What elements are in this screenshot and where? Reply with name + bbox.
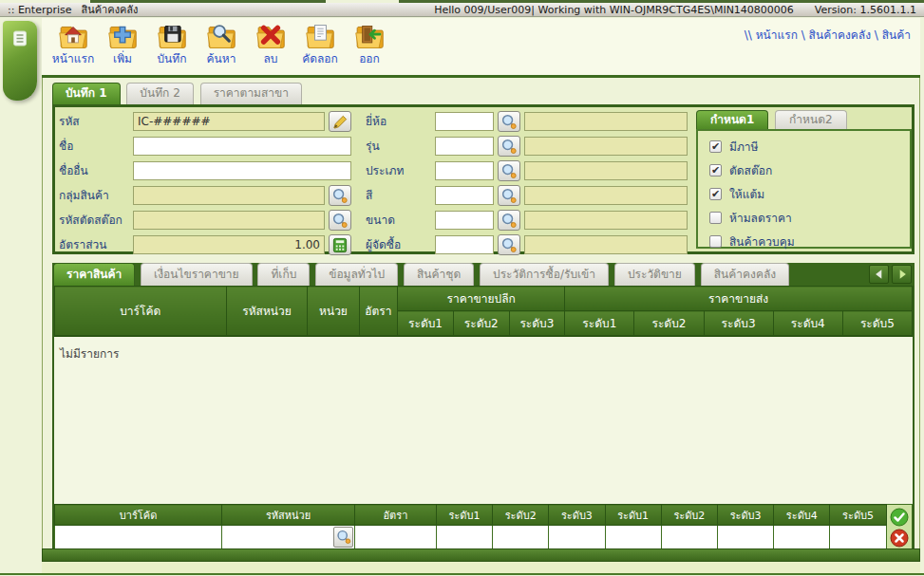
- stock-code-search-button[interactable]: [329, 210, 351, 231]
- purchaser-search-button[interactable]: [498, 234, 520, 255]
- model-input[interactable]: [435, 137, 494, 156]
- size-input[interactable]: [435, 211, 494, 230]
- editor-retail-level-1-input[interactable]: [437, 527, 492, 549]
- editor-action-cell: [886, 505, 912, 550]
- checkbox-mark: [709, 212, 722, 224]
- tab-scroll-right-button[interactable]: [892, 265, 912, 284]
- tab-product-set[interactable]: สินค้าชุด: [404, 263, 474, 286]
- editor-header-level-1: ระดับ1: [436, 505, 492, 526]
- delete-button[interactable]: ลบ: [247, 21, 294, 65]
- price-grid-header: บาร์โค้ด รหัสหน่วย หน่วย อัตรา ราคาขายปล…: [54, 286, 913, 336]
- empty-list-text: ไม่มีรายการ: [60, 347, 120, 361]
- editor-retail-level-3-input[interactable]: [549, 527, 604, 549]
- tab-record-2[interactable]: บันทึก 2: [126, 83, 193, 104]
- magnifier-icon: [500, 237, 518, 253]
- calculator-icon: [331, 237, 349, 253]
- checkbox-no-discount[interactable]: ห้ามลดราคา: [709, 210, 792, 225]
- editor-wholesale-level-2-input[interactable]: [662, 527, 717, 549]
- editor-header-level-3: ระดับ3: [549, 505, 605, 526]
- magnifier-icon: [500, 188, 518, 204]
- stock-code-input[interactable]: [133, 211, 325, 230]
- purchaser-input[interactable]: [435, 235, 494, 254]
- side-bookmark-tab[interactable]: [3, 21, 37, 101]
- name-input[interactable]: [133, 137, 351, 156]
- editor-wholesale-level-4-input[interactable]: [774, 527, 829, 549]
- save-button[interactable]: บันทึก: [148, 21, 196, 65]
- tab-scroll-left-button[interactable]: [869, 265, 889, 284]
- editor-unit-search-button[interactable]: [333, 527, 353, 548]
- column-header-retail-level-3: ระดับ3: [509, 311, 565, 336]
- x-circle-icon: [890, 529, 909, 548]
- size-search-button[interactable]: [498, 210, 520, 231]
- brand-input[interactable]: [435, 112, 494, 131]
- tab-sales-history[interactable]: ประวัติขาย: [614, 263, 695, 286]
- edit-code-button[interactable]: [329, 111, 351, 132]
- editor-unit-code-input[interactable]: [222, 527, 332, 549]
- search-button[interactable]: ค้นหา: [198, 21, 245, 65]
- editor-wholesale-level-1-input[interactable]: [606, 527, 661, 549]
- name-label: ชื่อ: [59, 137, 133, 156]
- exit-button-label: ออก: [346, 52, 393, 65]
- pen-icon: [331, 114, 349, 130]
- column-header-retail-level-2: ระดับ2: [453, 311, 509, 336]
- tab-storage[interactable]: ที่เก็บ: [257, 263, 310, 286]
- tab-settings-1[interactable]: กำหนด1: [696, 110, 768, 130]
- ratio-input[interactable]: [133, 235, 325, 254]
- editor-rate-input[interactable]: [355, 527, 436, 549]
- type-search-button[interactable]: [498, 160, 520, 181]
- code-input[interactable]: [133, 112, 325, 131]
- type-input[interactable]: [435, 161, 494, 180]
- editor-header-level-4: ระดับ1: [605, 505, 661, 526]
- editor-header-level-7: ระดับ4: [774, 505, 830, 526]
- editor-barcode-input[interactable]: [55, 527, 221, 549]
- product-form-panel: รหัส ชื่อ ชื่ออื่น กลุ่มสินค้า รหัสตัดสต…: [52, 104, 915, 254]
- editor-header-level-5: ระดับ2: [661, 505, 717, 526]
- checkbox-give-points[interactable]: ✔ ให้แต้ม: [709, 186, 764, 201]
- column-header-wholesale-level-5: ระดับ5: [842, 311, 912, 336]
- alt-name-input[interactable]: [133, 161, 351, 180]
- tab-purchase-history[interactable]: ประวัติการซื้อ/รับเข้า: [480, 263, 609, 286]
- checkbox-label: ให้แต้ม: [729, 185, 764, 203]
- checkbox-cut-stock[interactable]: ✔ ตัดสต๊อก: [709, 162, 772, 177]
- copy-button[interactable]: คัดลอก: [296, 21, 344, 65]
- editor-header-level-6: ระดับ3: [717, 505, 773, 526]
- group-input[interactable]: [133, 186, 325, 205]
- tab-inventory[interactable]: สินค้าคงคลัง: [701, 263, 789, 286]
- editor-retail-level-2-input[interactable]: [493, 527, 548, 549]
- document-list-icon: [10, 29, 29, 48]
- tab-record-1[interactable]: บันทึก 1: [52, 83, 121, 104]
- calculator-button[interactable]: [329, 234, 351, 255]
- add-button[interactable]: เพิ่ม: [99, 21, 146, 65]
- confirm-row-button[interactable]: [890, 508, 909, 527]
- editor-wholesale-level-5-input[interactable]: [830, 527, 885, 549]
- brand-search-button[interactable]: [498, 111, 520, 132]
- tab-general-info[interactable]: ข้อมูลทั่วไป: [315, 263, 398, 286]
- color-search-button[interactable]: [498, 185, 520, 206]
- delete-button-label: ลบ: [247, 52, 294, 65]
- arrow-left-icon: [873, 268, 886, 281]
- column-header-wholesale-level-3: ระดับ3: [704, 311, 773, 336]
- editor-wholesale-level-3-input[interactable]: [718, 527, 773, 549]
- model-display-field: [524, 137, 688, 156]
- color-display-field: [524, 186, 688, 205]
- checkbox-controlled-product[interactable]: สินค้าควบคุม: [709, 233, 795, 249]
- group-search-button[interactable]: [329, 185, 351, 206]
- tab-settings-2[interactable]: กำหนด2: [775, 110, 847, 130]
- column-header-unit: หน่วย: [308, 287, 359, 336]
- exit-button[interactable]: ออก: [346, 21, 393, 65]
- add-icon: [104, 21, 141, 52]
- column-group-retail: ราคาขายปลีก: [398, 287, 565, 311]
- tab-price-conditions[interactable]: เงื่อนไขราคาขาย: [141, 263, 253, 286]
- checkbox-has-vat[interactable]: ✔ มีภาษี: [709, 139, 758, 154]
- group-label: กลุ่มสินค้า: [59, 186, 133, 205]
- tab-product-price[interactable]: ราคาสินค้า: [53, 263, 135, 286]
- breadcrumb[interactable]: \\ หน้าแรก \ สินค้าคงคลัง \ สินค้า: [745, 26, 911, 44]
- home-button[interactable]: หน้าแรก: [49, 21, 97, 65]
- model-search-button[interactable]: [498, 136, 520, 157]
- save-icon: [154, 21, 190, 52]
- color-input[interactable]: [435, 186, 494, 205]
- brand-display-field: [524, 112, 688, 131]
- tab-price-by-branch[interactable]: ราคาตามสาขา: [200, 83, 302, 104]
- magnifier-icon: [336, 530, 351, 545]
- cancel-row-button[interactable]: [890, 529, 909, 548]
